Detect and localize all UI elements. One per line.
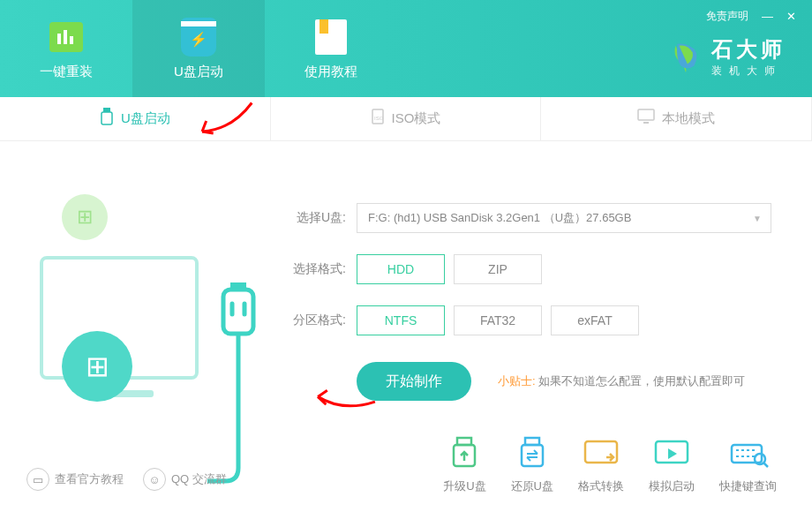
iso-icon: ISO (371, 108, 385, 130)
subtab-label: 本地模式 (662, 110, 715, 127)
action-label: 格式转换 (578, 478, 624, 494)
action-label: 快捷键查询 (719, 478, 777, 494)
monitor-icon (637, 109, 655, 129)
format-option-zip[interactable]: ZIP (454, 254, 542, 284)
upgrade-icon (444, 436, 485, 471)
svg-rect-2 (70, 36, 73, 44)
usb-boot-icon: ⚡ (178, 18, 219, 56)
tutorial-icon (311, 18, 351, 56)
format-label: 选择格式: (282, 261, 346, 277)
partition-option-fat32[interactable]: FAT32 (454, 305, 542, 335)
brand-block: 石大师 装机大师 (669, 35, 786, 79)
windows-large-icon: ⊞ (62, 331, 132, 402)
usb-cable-icon (207, 282, 269, 486)
tip-text: 小贴士: 如果不知道怎么配置，使用默认配置即可 (498, 373, 745, 389)
brand-subtitle: 装机大师 (711, 64, 786, 79)
tip-content: 如果不知道怎么配置，使用默认配置即可 (538, 374, 745, 388)
qq-icon: ☺ (143, 468, 166, 491)
svg-rect-12 (230, 282, 246, 291)
disk-label: 选择U盘: (282, 210, 346, 226)
header-controls: 免责声明 — ✕ (706, 9, 796, 24)
footer-links: ▭ 查看官方教程 ☺ QQ 交流群 (26, 468, 227, 491)
content-area: ⊞ ⊞ 选择U盘: F:G: (hd1) USB SanDisk 3.2Gen1… (0, 141, 812, 468)
disclaimer-link[interactable]: 免责声明 (706, 9, 748, 24)
tip-label: 小贴士: (498, 374, 536, 388)
partition-option-exfat[interactable]: exFAT (551, 305, 639, 335)
svg-line-23 (763, 463, 768, 467)
action-label: 模拟启动 (649, 478, 695, 494)
action-format-convert[interactable]: 格式转换 (578, 436, 624, 494)
brand-logo-icon (669, 41, 703, 74)
svg-rect-16 (522, 445, 543, 466)
qq-label: QQ 交流群 (171, 471, 227, 487)
svg-rect-8 (643, 122, 649, 124)
action-hotkey-query[interactable]: 快捷键查询 (719, 436, 777, 494)
convert-icon (581, 436, 621, 471)
windows-small-icon: ⊞ (62, 194, 108, 240)
minimize-button[interactable]: — (762, 10, 773, 23)
usb-icon (100, 108, 114, 130)
nav-label: 一键重装 (40, 64, 93, 80)
action-label: 升级U盘 (443, 478, 485, 494)
partition-label: 分区格式: (282, 312, 346, 328)
subtab-bar: U盘启动 ISO ISO模式 本地模式 (0, 97, 812, 141)
start-button[interactable]: 开始制作 (357, 362, 471, 401)
action-restore-usb[interactable]: 还原U盘 (511, 436, 553, 494)
action-upgrade-usb[interactable]: 升级U盘 (443, 436, 485, 494)
bottom-actions: 升级U盘 还原U盘 格式转换 模拟启动 快捷键查询 (443, 436, 777, 494)
restore-icon (512, 436, 553, 471)
subtab-local[interactable]: 本地模式 (541, 97, 812, 140)
svg-rect-9 (223, 290, 253, 334)
illustration: ⊞ ⊞ (35, 168, 265, 441)
simulate-icon (651, 436, 692, 471)
qq-group-link[interactable]: ☺ QQ 交流群 (143, 468, 227, 491)
subtab-usb-boot[interactable]: U盘启动 (0, 97, 271, 140)
config-form: 选择U盘: F:G: (hd1) USB SanDisk 3.2Gen1 （U盘… (265, 168, 777, 441)
nav-tutorial[interactable]: 使用教程 (265, 0, 397, 97)
nav-label: 使用教程 (304, 64, 357, 80)
partition-option-ntfs[interactable]: NTFS (357, 305, 445, 335)
svg-rect-0 (57, 34, 61, 44)
subtab-iso[interactable]: ISO ISO模式 (271, 97, 542, 140)
tutorial-link[interactable]: ▭ 查看官方教程 (26, 468, 124, 491)
chevron-down-icon: ▼ (753, 214, 762, 223)
subtab-label: ISO模式 (392, 110, 441, 127)
nav-reinstall[interactable]: 一键重装 (0, 0, 132, 97)
hotkey-icon (728, 436, 769, 471)
nav-label: U盘启动 (174, 64, 223, 80)
tutorial-label: 查看官方教程 (55, 471, 124, 487)
header-bar: 一键重装 ⚡ U盘启动 使用教程 免责声明 — ✕ 石大师 装机大师 (0, 0, 812, 97)
svg-text:ISO: ISO (374, 116, 384, 121)
reinstall-icon (46, 18, 86, 56)
disk-select[interactable]: F:G: (hd1) USB SanDisk 3.2Gen1 （U盘）27.65… (357, 203, 771, 233)
disk-value: F:G: (hd1) USB SanDisk 3.2Gen1 （U盘）27.65… (368, 210, 631, 226)
close-button[interactable]: ✕ (786, 10, 796, 23)
action-label: 还原U盘 (511, 478, 553, 494)
svg-rect-1 (64, 30, 67, 44)
format-option-hdd[interactable]: HDD (357, 254, 445, 284)
svg-rect-7 (638, 109, 654, 120)
svg-rect-4 (102, 112, 112, 124)
nav-usb-boot[interactable]: ⚡ U盘启动 (132, 0, 265, 97)
book-icon: ▭ (26, 468, 49, 491)
subtab-label: U盘启动 (121, 110, 170, 127)
action-simulate-boot[interactable]: 模拟启动 (649, 436, 695, 494)
brand-title: 石大师 (711, 35, 786, 64)
